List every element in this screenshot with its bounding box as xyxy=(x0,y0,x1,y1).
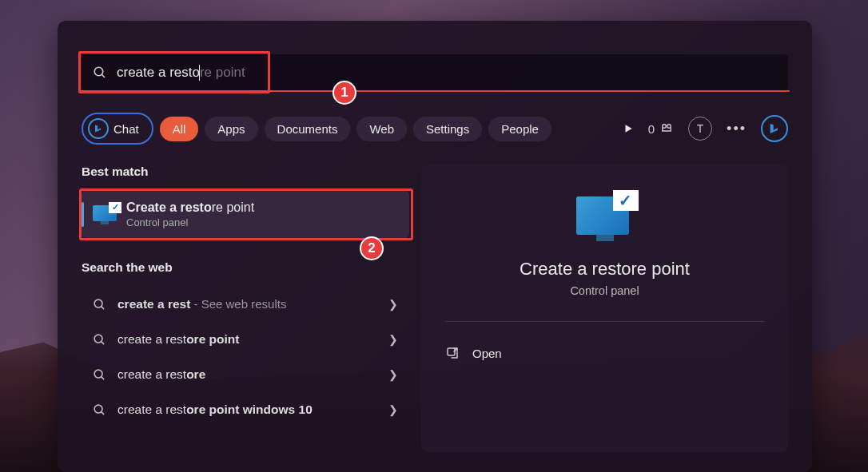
search-icon xyxy=(93,368,106,382)
svg-line-9 xyxy=(102,376,105,379)
start-search-panel: create a restore point 1 Chat All Apps D… xyxy=(58,21,812,472)
search-autocomplete-text: re point xyxy=(200,65,245,81)
detail-title: Create a restore point xyxy=(445,259,764,280)
filter-row: Chat All Apps Documents Web Settings Peo… xyxy=(82,113,788,145)
user-avatar[interactable]: T xyxy=(688,117,712,141)
filter-documents[interactable]: Documents xyxy=(265,117,351,141)
search-icon xyxy=(93,333,106,347)
web-result-1[interactable]: create a restore point ❯ xyxy=(82,322,409,357)
filter-apps[interactable]: Apps xyxy=(205,117,257,141)
control-panel-icon: ✓ xyxy=(93,205,117,224)
svg-point-10 xyxy=(94,405,102,413)
filter-settings[interactable]: Settings xyxy=(413,117,482,141)
search-icon xyxy=(93,403,106,417)
annotation-badge-1: 1 xyxy=(332,81,356,105)
detail-panel: ✓ Create a restore point Control panel O… xyxy=(421,165,788,452)
svg-point-6 xyxy=(94,335,102,343)
filter-all[interactable]: All xyxy=(160,117,199,141)
play-icon[interactable] xyxy=(623,123,634,134)
web-result-0[interactable]: create a rest - See web results ❯ xyxy=(82,287,409,322)
search-bar[interactable]: create a restore point xyxy=(82,54,788,90)
result-subtitle: Control panel xyxy=(126,216,254,228)
results-column: Best match ✓ Create a restore point Cont… xyxy=(82,165,409,452)
filter-web[interactable]: Web xyxy=(356,117,407,141)
more-icon[interactable]: ••• xyxy=(727,121,747,137)
section-search-web: Search the web xyxy=(82,260,409,275)
annotation-badge-2: 2 xyxy=(360,236,384,260)
chevron-right-icon: ❯ xyxy=(388,368,398,381)
chevron-right-icon: ❯ xyxy=(388,403,398,416)
filter-people[interactable]: People xyxy=(488,117,551,141)
chevron-right-icon: ❯ xyxy=(388,333,398,346)
svg-line-5 xyxy=(102,306,105,309)
open-action[interactable]: Open xyxy=(445,338,764,368)
web-result-3[interactable]: create a restore point windows 10 ❯ xyxy=(82,392,409,427)
filter-chat[interactable]: Chat xyxy=(82,113,153,145)
search-input[interactable]: create a restore point xyxy=(117,65,245,81)
result-title: Create a restore point xyxy=(126,200,254,215)
search-icon xyxy=(93,298,106,311)
svg-point-4 xyxy=(94,299,102,307)
section-best-match: Best match xyxy=(82,165,409,179)
search-icon xyxy=(93,65,107,80)
svg-line-7 xyxy=(102,341,105,344)
bing-icon xyxy=(88,118,109,139)
detail-app-icon: ✓ xyxy=(576,196,634,244)
svg-point-0 xyxy=(94,67,103,76)
svg-point-8 xyxy=(94,370,102,378)
web-result-2[interactable]: create a restore ❯ xyxy=(82,357,409,392)
open-label: Open xyxy=(472,347,502,360)
svg-line-1 xyxy=(102,74,105,77)
bing-button[interactable] xyxy=(761,115,788,142)
chevron-right-icon: ❯ xyxy=(388,298,398,311)
rewards-icon xyxy=(659,121,674,136)
rewards-points[interactable]: 0 xyxy=(648,121,674,136)
svg-line-11 xyxy=(102,411,105,414)
open-icon xyxy=(445,346,460,360)
search-typed-text: create a resto xyxy=(117,65,200,81)
result-create-restore-point[interactable]: ✓ Create a restore point Control panel xyxy=(82,191,409,238)
detail-subtitle: Control panel xyxy=(445,284,764,297)
